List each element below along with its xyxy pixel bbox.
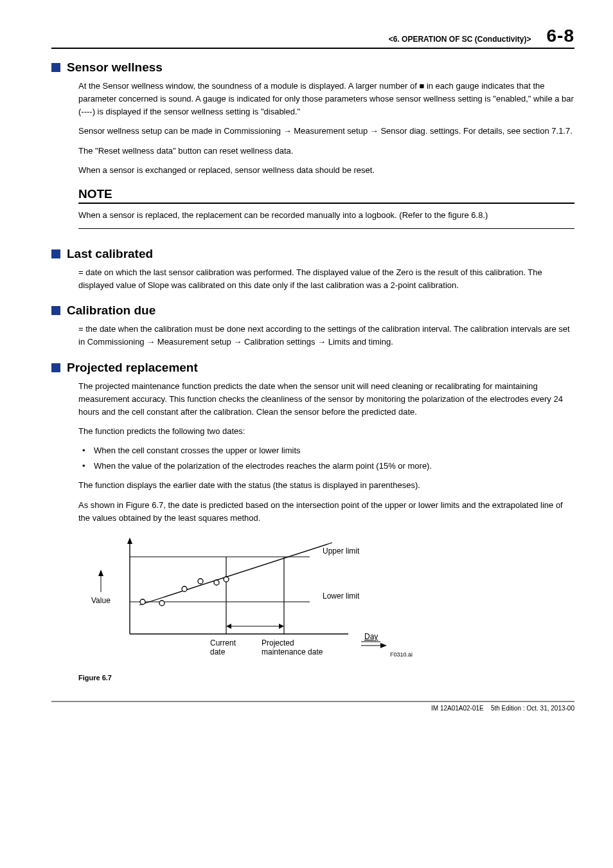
label-projected-l1: Projected: [262, 638, 294, 647]
figure-6-7: Value Upper limit Lower limit Current da…: [51, 531, 574, 682]
heading-text: Last calibrated: [67, 247, 153, 261]
body-paragraph: The projected maintenance function predi…: [51, 380, 574, 419]
square-bullet-icon: [51, 363, 60, 372]
axis-label-day: Day: [364, 632, 378, 641]
body-paragraph: The function predicts the following two …: [51, 425, 574, 438]
svg-marker-18: [98, 570, 103, 576]
svg-marker-8: [226, 624, 231, 629]
heading-text: Projected replacement: [67, 361, 198, 375]
body-paragraph: Sensor wellness setup can be made in Com…: [51, 125, 574, 138]
heading-text: Sensor wellness: [67, 60, 163, 75]
footer-edition: 5th Edition : Oct. 31, 2013-00: [491, 705, 574, 712]
label-current-date-l1: Current: [210, 638, 236, 647]
body-paragraph: At the Sensor wellness window, the sound…: [51, 80, 574, 118]
square-bullet-icon: [51, 249, 60, 258]
label-projected-l2: maintenance date: [262, 647, 323, 656]
svg-marker-20: [380, 643, 387, 648]
axis-label-value: Value: [91, 596, 111, 605]
label-upper-limit: Upper limit: [323, 547, 360, 556]
square-bullet-icon: [51, 306, 60, 315]
heading-projected-replacement: Projected replacement: [51, 361, 574, 375]
body-paragraph: = date on which the last sensor calibrat…: [51, 266, 574, 292]
body-paragraph: The function displays the earlier date w…: [51, 479, 574, 492]
figure-caption: Figure 6.7: [78, 674, 574, 682]
page-footer: IM 12A01A02-01E 5th Edition : Oct. 31, 2…: [51, 701, 574, 712]
bullet-list: When the cell constant crosses the upper…: [51, 444, 574, 473]
body-paragraph: The "Reset wellness data" button can res…: [51, 145, 574, 158]
svg-point-11: [140, 599, 145, 604]
heading-last-calibrated: Last calibrated: [51, 247, 574, 261]
heading-calibration-due: Calibration due: [51, 303, 574, 318]
note-heading: NOTE: [78, 187, 574, 201]
list-item: When the cell constant crosses the upper…: [94, 444, 574, 457]
note-divider-bottom: [78, 228, 574, 229]
svg-point-16: [224, 577, 229, 582]
figure-code: F0310.ai: [390, 651, 413, 658]
label-current-date-l2: date: [210, 647, 226, 656]
body-paragraph: When a sensor is exchanged or replaced, …: [51, 164, 574, 177]
figure-svg: Value Upper limit Lower limit Current da…: [78, 531, 438, 666]
body-paragraph: = the date when the calibration must be …: [51, 323, 574, 348]
footer-divider: [51, 701, 574, 702]
note-divider-top: [78, 203, 574, 204]
heading-sensor-wellness: Sensor wellness: [51, 60, 574, 75]
square-bullet-icon: [51, 63, 60, 72]
svg-point-15: [214, 580, 219, 585]
svg-point-13: [182, 586, 187, 592]
body-paragraph: As shown in Figure 6.7, the date is pred…: [51, 499, 574, 525]
label-lower-limit: Lower limit: [323, 592, 360, 601]
svg-marker-9: [279, 624, 284, 629]
page-header: <6. OPERATION OF SC (Conductivity)> 6-8: [51, 26, 574, 49]
page-number: 6-8: [547, 26, 574, 46]
svg-marker-1: [127, 538, 132, 544]
list-item: When the value of the polarization of th…: [94, 460, 574, 473]
svg-point-14: [198, 579, 203, 584]
svg-line-10: [139, 543, 332, 605]
note-body: When a sensor is replaced, the replaceme…: [51, 209, 574, 222]
svg-point-12: [159, 601, 164, 606]
heading-text: Calibration due: [67, 303, 155, 318]
section-title: <6. OPERATION OF SC (Conductivity)>: [51, 35, 547, 44]
footer-doc-id: IM 12A01A02-01E: [431, 705, 484, 712]
